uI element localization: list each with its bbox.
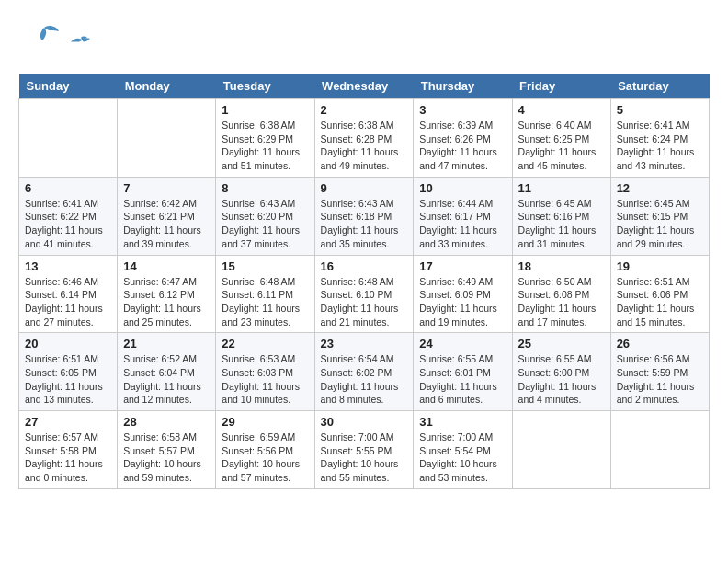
day-info: Sunrise: 7:00 AM Sunset: 5:55 PM Dayligh… [321, 431, 408, 485]
calendar-cell: 17Sunrise: 6:49 AM Sunset: 6:09 PM Dayli… [414, 255, 512, 333]
day-info: Sunrise: 6:55 AM Sunset: 6:01 PM Dayligh… [419, 352, 506, 407]
calendar-cell: 9Sunrise: 6:43 AM Sunset: 6:18 PM Daylig… [314, 177, 414, 255]
day-info: Sunrise: 6:44 AM Sunset: 6:17 PM Dayligh… [419, 197, 506, 251]
calendar-week-3: 13Sunrise: 6:46 AM Sunset: 6:14 PM Dayli… [19, 255, 710, 333]
weekday-header-wednesday: Wednesday [314, 74, 414, 99]
calendar-cell: 29Sunrise: 6:59 AM Sunset: 5:56 PM Dayli… [216, 411, 314, 489]
calendar-cell: 30Sunrise: 7:00 AM Sunset: 5:55 PM Dayli… [314, 411, 414, 489]
page-header [18, 18, 710, 64]
day-number: 9 [321, 181, 408, 195]
calendar-cell: 15Sunrise: 6:48 AM Sunset: 6:11 PM Dayli… [216, 255, 314, 333]
weekday-header-saturday: Saturday [610, 74, 709, 99]
day-number: 7 [123, 181, 210, 195]
logo-bird-icon [68, 32, 101, 47]
day-info: Sunrise: 6:45 AM Sunset: 6:15 PM Dayligh… [617, 197, 703, 251]
day-info: Sunrise: 6:54 AM Sunset: 6:02 PM Dayligh… [321, 352, 408, 407]
calendar-cell: 21Sunrise: 6:52 AM Sunset: 6:04 PM Dayli… [118, 333, 216, 411]
day-info: Sunrise: 7:00 AM Sunset: 5:54 PM Dayligh… [419, 431, 506, 485]
weekday-header-monday: Monday [118, 74, 216, 99]
logo-icon [18, 18, 64, 64]
day-info: Sunrise: 6:55 AM Sunset: 6:00 PM Dayligh… [518, 352, 605, 407]
day-number: 30 [321, 415, 408, 429]
day-number: 29 [222, 415, 308, 429]
day-number: 27 [25, 415, 111, 429]
day-info: Sunrise: 6:48 AM Sunset: 6:11 PM Dayligh… [222, 275, 308, 329]
day-info: Sunrise: 6:47 AM Sunset: 6:12 PM Dayligh… [123, 275, 210, 329]
weekday-header-tuesday: Tuesday [216, 74, 314, 99]
day-number: 22 [222, 337, 308, 350]
logo [18, 18, 101, 64]
day-number: 12 [617, 181, 703, 195]
day-info: Sunrise: 6:57 AM Sunset: 5:58 PM Dayligh… [25, 431, 111, 485]
calendar-cell: 12Sunrise: 6:45 AM Sunset: 6:15 PM Dayli… [610, 177, 709, 255]
day-info: Sunrise: 6:38 AM Sunset: 6:28 PM Dayligh… [321, 119, 408, 173]
calendar-cell [512, 411, 610, 489]
day-number: 21 [123, 337, 210, 350]
day-info: Sunrise: 6:38 AM Sunset: 6:29 PM Dayligh… [222, 119, 308, 173]
day-info: Sunrise: 6:43 AM Sunset: 6:20 PM Dayligh… [222, 197, 308, 251]
calendar-cell: 11Sunrise: 6:45 AM Sunset: 6:16 PM Dayli… [512, 177, 610, 255]
day-number: 31 [419, 415, 506, 429]
day-info: Sunrise: 6:48 AM Sunset: 6:10 PM Dayligh… [321, 275, 408, 329]
calendar-cell: 16Sunrise: 6:48 AM Sunset: 6:10 PM Dayli… [314, 255, 414, 333]
day-info: Sunrise: 6:41 AM Sunset: 6:24 PM Dayligh… [617, 119, 703, 173]
calendar-cell [118, 99, 216, 178]
calendar-cell: 27Sunrise: 6:57 AM Sunset: 5:58 PM Dayli… [19, 411, 118, 489]
day-info: Sunrise: 6:56 AM Sunset: 5:59 PM Dayligh… [617, 352, 703, 407]
calendar-cell: 18Sunrise: 6:50 AM Sunset: 6:08 PM Dayli… [512, 255, 610, 333]
weekday-header-sunday: Sunday [19, 74, 118, 99]
day-number: 15 [222, 259, 308, 273]
calendar-cell [19, 99, 118, 178]
day-number: 19 [617, 259, 703, 273]
weekday-header-thursday: Thursday [414, 74, 512, 99]
day-number: 23 [321, 337, 408, 350]
day-number: 10 [419, 181, 506, 195]
day-number: 16 [321, 259, 408, 273]
day-info: Sunrise: 6:43 AM Sunset: 6:18 PM Dayligh… [321, 197, 408, 251]
day-info: Sunrise: 6:51 AM Sunset: 6:06 PM Dayligh… [617, 275, 703, 329]
day-info: Sunrise: 6:42 AM Sunset: 6:21 PM Dayligh… [123, 197, 210, 251]
calendar-cell: 14Sunrise: 6:47 AM Sunset: 6:12 PM Dayli… [118, 255, 216, 333]
calendar-cell: 23Sunrise: 6:54 AM Sunset: 6:02 PM Dayli… [314, 333, 414, 411]
calendar-cell: 3Sunrise: 6:39 AM Sunset: 6:26 PM Daylig… [414, 99, 512, 178]
calendar-cell [610, 411, 709, 489]
day-info: Sunrise: 6:39 AM Sunset: 6:26 PM Dayligh… [419, 119, 506, 173]
day-info: Sunrise: 6:53 AM Sunset: 6:03 PM Dayligh… [222, 352, 308, 407]
day-info: Sunrise: 6:41 AM Sunset: 6:22 PM Dayligh… [25, 197, 111, 251]
calendar-cell: 13Sunrise: 6:46 AM Sunset: 6:14 PM Dayli… [19, 255, 118, 333]
day-number: 13 [25, 259, 111, 273]
calendar-week-1: 1Sunrise: 6:38 AM Sunset: 6:29 PM Daylig… [19, 99, 710, 178]
calendar-cell: 25Sunrise: 6:55 AM Sunset: 6:00 PM Dayli… [512, 333, 610, 411]
calendar-cell: 26Sunrise: 6:56 AM Sunset: 5:59 PM Dayli… [610, 333, 709, 411]
day-number: 28 [123, 415, 210, 429]
day-number: 18 [518, 259, 605, 273]
calendar-table: SundayMondayTuesdayWednesdayThursdayFrid… [18, 74, 710, 489]
day-number: 8 [222, 181, 308, 195]
day-number: 14 [123, 259, 210, 273]
logo-text [68, 32, 101, 51]
calendar-week-5: 27Sunrise: 6:57 AM Sunset: 5:58 PM Dayli… [19, 411, 710, 489]
day-number: 25 [518, 337, 605, 350]
day-number: 24 [419, 337, 506, 350]
calendar-cell: 31Sunrise: 7:00 AM Sunset: 5:54 PM Dayli… [414, 411, 512, 489]
calendar-cell: 22Sunrise: 6:53 AM Sunset: 6:03 PM Dayli… [216, 333, 314, 411]
calendar-cell: 10Sunrise: 6:44 AM Sunset: 6:17 PM Dayli… [414, 177, 512, 255]
day-number: 3 [419, 103, 506, 117]
day-number: 26 [617, 337, 703, 350]
day-info: Sunrise: 6:40 AM Sunset: 6:25 PM Dayligh… [518, 119, 605, 173]
calendar-cell: 1Sunrise: 6:38 AM Sunset: 6:29 PM Daylig… [216, 99, 314, 178]
day-info: Sunrise: 6:49 AM Sunset: 6:09 PM Dayligh… [419, 275, 506, 329]
calendar-header-row: SundayMondayTuesdayWednesdayThursdayFrid… [19, 74, 710, 99]
day-number: 17 [419, 259, 506, 273]
day-number: 20 [25, 337, 111, 350]
day-info: Sunrise: 6:59 AM Sunset: 5:56 PM Dayligh… [222, 431, 308, 485]
calendar-cell: 24Sunrise: 6:55 AM Sunset: 6:01 PM Dayli… [414, 333, 512, 411]
calendar-cell: 2Sunrise: 6:38 AM Sunset: 6:28 PM Daylig… [314, 99, 414, 178]
calendar-cell: 6Sunrise: 6:41 AM Sunset: 6:22 PM Daylig… [19, 177, 118, 255]
day-info: Sunrise: 6:46 AM Sunset: 6:14 PM Dayligh… [25, 275, 111, 329]
calendar-cell: 8Sunrise: 6:43 AM Sunset: 6:20 PM Daylig… [216, 177, 314, 255]
day-number: 6 [25, 181, 111, 195]
calendar-cell: 7Sunrise: 6:42 AM Sunset: 6:21 PM Daylig… [118, 177, 216, 255]
day-number: 2 [321, 103, 408, 117]
day-info: Sunrise: 6:58 AM Sunset: 5:57 PM Dayligh… [123, 431, 210, 485]
